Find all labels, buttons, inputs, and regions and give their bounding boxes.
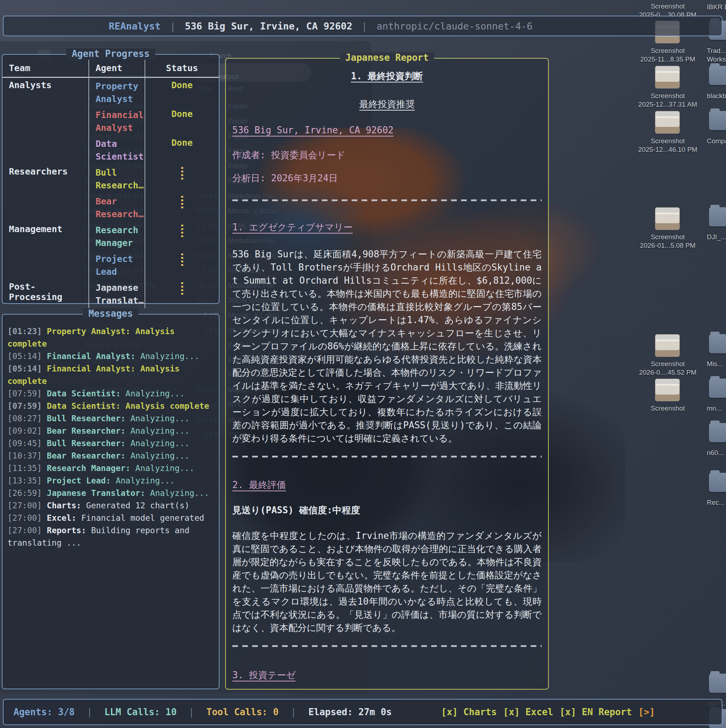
folder-label[interactable]: Mis... bbox=[707, 360, 726, 368]
agent-team-cell bbox=[3, 107, 88, 135]
japanese-report-panel: Japanese Report 1. 最終投資判断最終投資推奨536 Big S… bbox=[225, 58, 549, 690]
folder-icon[interactable] bbox=[706, 674, 726, 693]
folder-label[interactable]: Trad...Works... bbox=[707, 47, 726, 64]
screenshot-file-label[interactable]: Screenshot bbox=[636, 404, 700, 413]
agent-name-cell: BearResearch… bbox=[88, 193, 145, 222]
message-agent-name: Financial Analyst: bbox=[47, 364, 140, 373]
message-timestamp: [08:27] bbox=[8, 414, 47, 423]
status-separator: | bbox=[291, 707, 297, 717]
message-agent-name: Bear Researcher: bbox=[47, 451, 130, 460]
elapsed-timer: Elapsed: 27m 0s bbox=[308, 707, 392, 717]
message-text: Analyzing... bbox=[150, 488, 209, 498]
folder-icon[interactable] bbox=[706, 111, 726, 130]
screenshot-thumbnail bbox=[655, 66, 680, 89]
screenshot-file-label[interactable]: Screenshot2025-11...8.35 PM bbox=[636, 47, 700, 64]
message-agent-name: Data Scientist: bbox=[47, 389, 126, 398]
message-line: [05:14] Financial Analyst: Analyzing... bbox=[8, 350, 217, 362]
screenshot-file-icon[interactable] bbox=[652, 66, 683, 89]
agent-progress-table: Team Agent Status AnalystsPropertyAnalys… bbox=[3, 60, 219, 308]
toggle-excel[interactable]: [x] Excel bbox=[503, 707, 554, 717]
folder-glyph bbox=[709, 334, 726, 353]
folder-icon[interactable] bbox=[706, 66, 726, 85]
status-done-label: Done bbox=[171, 80, 192, 90]
screenshot-file-icon[interactable] bbox=[652, 334, 683, 357]
message-timestamp: [11:35] bbox=[8, 463, 47, 473]
screenshot-file-icon[interactable] bbox=[652, 207, 683, 230]
folder-label[interactable]: DJI_... bbox=[707, 233, 726, 242]
folder-icon[interactable] bbox=[706, 473, 726, 492]
header-separator: | bbox=[361, 21, 367, 32]
model-name: anthropic/claude-sonnet-4-6 bbox=[377, 21, 532, 32]
llm-calls-counter: LLM Calls: 10 bbox=[104, 707, 177, 717]
folder-icon[interactable] bbox=[706, 379, 726, 398]
next-page-button[interactable]: [>] bbox=[638, 707, 655, 717]
report-section-heading: 3. 投資テーゼ bbox=[232, 669, 541, 681]
report-dashed-divider bbox=[232, 199, 541, 201]
folder-label[interactable]: mn... bbox=[707, 404, 726, 413]
status-separator: | bbox=[189, 707, 194, 717]
screenshot-file-label[interactable]: Screenshot2026-01...5.08 PM bbox=[636, 233, 700, 250]
message-agent-name: Bull Researcher: bbox=[47, 414, 130, 423]
agent-team-cell: Analysts bbox=[3, 78, 88, 107]
screenshot-file-icon[interactable] bbox=[652, 379, 683, 401]
agent-team-cell bbox=[3, 251, 88, 279]
folder-icon[interactable] bbox=[706, 423, 726, 442]
message-line: [05:14] Financial Analyst: Analysis comp… bbox=[8, 362, 217, 387]
messages-panel: Messages [01:23] Property Analyst: Analy… bbox=[2, 314, 220, 689]
message-line: [01:23] Property Analyst: Analysis compl… bbox=[8, 325, 217, 350]
agent-team-cell: Management bbox=[3, 222, 88, 251]
col-header-status: Status bbox=[145, 60, 219, 77]
agent-name-cell: JapaneseTranslat… bbox=[88, 279, 145, 308]
message-line: [10:37] Bear Researcher: Analyzing... bbox=[8, 450, 217, 462]
messages-title: Messages bbox=[83, 308, 139, 319]
report-sub-heading: 最終投資推奨 bbox=[232, 98, 541, 110]
agent-progress-panel: Agent Progress Team Agent Status Analyst… bbox=[2, 54, 220, 304]
message-timestamp: [27:00] bbox=[8, 513, 47, 523]
message-agent-name: Bull Researcher: bbox=[47, 439, 130, 448]
toggle-en-report[interactable]: [x] EN Report bbox=[560, 707, 632, 717]
screenshot-file-label[interactable]: Screenshot2026-0....45.52 PM bbox=[636, 360, 700, 377]
message-timestamp: [09:45] bbox=[8, 439, 47, 448]
messages-list: [01:23] Property Analyst: Analysis compl… bbox=[3, 315, 219, 549]
message-text: Analyzing... bbox=[130, 439, 189, 448]
screenshot-file-label[interactable]: Screenshot2025-12...46.10 PM bbox=[636, 137, 700, 154]
message-timestamp: [13:35] bbox=[8, 476, 47, 485]
agent-status-cell bbox=[145, 251, 219, 279]
agent-name-cell: ResearchManager bbox=[88, 222, 145, 251]
message-agent-name: Bear Researcher: bbox=[47, 426, 130, 436]
message-line: [07:59] Data Scientist: Analysis complet… bbox=[8, 400, 217, 412]
folder-glyph bbox=[709, 674, 726, 693]
agent-team-cell bbox=[3, 135, 88, 164]
screenshot-file-label[interactable]: Screenshot2025-12...37.31 AM bbox=[636, 92, 700, 109]
message-timestamp: [09:02] bbox=[8, 426, 47, 436]
agents-counter: Agents: 3/8 bbox=[14, 707, 75, 717]
agent-status-cell: Done bbox=[145, 107, 219, 135]
folder-label[interactable]: blackbo... bbox=[707, 92, 726, 100]
message-text: Analyzing... bbox=[130, 426, 189, 436]
agent-team-cell: Post-Processing bbox=[3, 279, 88, 308]
folder-icon[interactable] bbox=[706, 334, 726, 353]
folder-label[interactable]: IBKR D... bbox=[707, 3, 726, 11]
status-spinner-icon bbox=[181, 196, 183, 209]
screenshot-file-icon[interactable] bbox=[652, 111, 683, 134]
folder-label[interactable]: n60... bbox=[707, 449, 726, 457]
message-timestamp: [01:23] bbox=[8, 327, 47, 336]
folder-icon[interactable] bbox=[706, 207, 726, 226]
message-timestamp: [05:14] bbox=[8, 364, 47, 373]
message-text: Analyzing... bbox=[125, 389, 185, 398]
desktop-root: { "header": { "app": "REAnalyst", "sep":… bbox=[0, 0, 726, 728]
status-spinner-icon bbox=[181, 282, 183, 295]
toggle-charts[interactable]: [x] Charts bbox=[441, 707, 497, 717]
tool-calls-counter: Tool Calls: 0 bbox=[206, 707, 279, 717]
message-line: [27:00] Charts: Generated 12 chart(s) bbox=[8, 499, 217, 512]
report-address-link[interactable]: 536 Big Sur, Irvine, CA 92602 bbox=[232, 125, 541, 135]
folder-label[interactable]: Rec... bbox=[707, 499, 726, 507]
japanese-report-title: Japanese Report bbox=[340, 52, 435, 63]
report-dashed-divider bbox=[232, 645, 541, 647]
agent-status-cell bbox=[145, 222, 219, 251]
message-agent-name: Excel: bbox=[47, 513, 81, 523]
folder-label[interactable]: Compa... bbox=[707, 137, 726, 145]
report-section-heading: 1. エグゼクティブサマリー bbox=[232, 221, 541, 234]
message-text: Generated 12 chart(s) bbox=[86, 501, 190, 510]
message-agent-name: Project Lead: bbox=[47, 476, 116, 485]
